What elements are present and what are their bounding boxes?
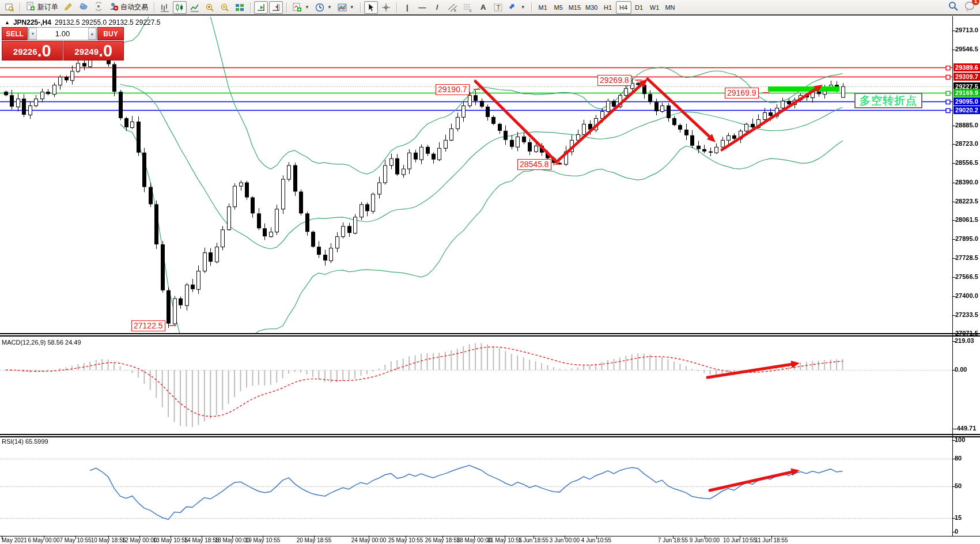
sell-price-display[interactable]: 29226.0 [2, 41, 63, 61]
horizontal-line-button[interactable]: — [415, 1, 429, 14]
volume-input[interactable]: 1.00 [37, 28, 88, 40]
time-axis-label: 19 May 10:55 [245, 537, 281, 543]
one-click-trading-panel: SELL ▼ 1.00 ▲ BUY 29226.0 29249.0 [2, 27, 124, 61]
sell-price-pips: .0 [37, 42, 51, 59]
price-annotation[interactable]: 29190.7 [436, 84, 470, 95]
timeframe-bar: M1M5M15M30H1H4D1W1MN [535, 1, 678, 14]
publish-button[interactable] [77, 1, 90, 14]
time-axis-label: 9 Jun 00:00 [690, 537, 720, 543]
timeframe-button-m5[interactable]: M5 [551, 1, 566, 14]
price-annotation[interactable]: 29169.9 [725, 88, 759, 99]
zoom-in-icon [205, 3, 214, 12]
periods-button[interactable]: ▼ [313, 1, 334, 14]
timeframe-button-m30[interactable]: M30 [583, 1, 600, 14]
price-annotation[interactable]: 28545.8 [517, 159, 551, 170]
price-chart-canvas[interactable] [0, 0, 980, 544]
trendline-button[interactable]: / [430, 1, 444, 14]
line-chart-button[interactable] [188, 1, 202, 14]
crosshair-button[interactable] [379, 1, 393, 14]
chart-shift-button[interactable] [269, 1, 283, 14]
toolbar-separator [20, 2, 20, 13]
price-level-badge[interactable]: 29389.6 [953, 63, 980, 71]
rsi-axis-tick: 0 [955, 528, 958, 535]
auto-scroll-button[interactable] [254, 1, 268, 14]
new-order-button[interactable]: 新订单 [24, 1, 60, 14]
templates-button[interactable]: ▼ [335, 1, 357, 14]
candlestick-chart-button[interactable] [173, 1, 187, 14]
vertical-line-button[interactable]: | [400, 1, 414, 14]
crosshair-icon [381, 3, 391, 12]
time-axis-label: 31 May 10:55 [487, 537, 523, 543]
toolbar-separator [396, 2, 397, 13]
chart-text-note[interactable]: 多空转折点 [854, 93, 922, 108]
timeframe-button-m1[interactable]: M1 [535, 1, 551, 14]
channel-button[interactable]: E [445, 1, 460, 14]
buy-price-main: 29249 [74, 44, 99, 59]
timeframe-button-mn[interactable]: MN [663, 1, 678, 14]
volume-increase-button[interactable]: ▲ [88, 28, 96, 40]
time-axis-label: 11 Jun 18:55 [755, 537, 788, 543]
price-level-badge[interactable]: 29095.0 [953, 97, 980, 105]
styler-button[interactable] [62, 1, 75, 14]
price-annotation[interactable]: 27122.5 [131, 320, 165, 331]
main-toolbar: 新订单 自动交易 ▼ ▼ ▼ | — / E F A T ▼ [0, 0, 980, 16]
signals-button[interactable] [92, 1, 105, 14]
price-level-badge[interactable]: 29309.7 [953, 73, 980, 81]
volume-stepper: ▼ 1.00 ▲ [28, 27, 97, 40]
price-level-badge[interactable]: 29169.9 [953, 89, 980, 97]
time-axis-label: 20 May 18:55 [297, 537, 332, 543]
time-axis-label: 12 May 00:00 [122, 537, 157, 543]
text-button[interactable]: A [476, 1, 490, 14]
collapse-panel-icon[interactable]: ▲ [5, 20, 10, 25]
template-icon [338, 3, 347, 12]
notifications-icon[interactable]: 1 [964, 1, 975, 14]
chart-title: ▲ JPN225-,H4 29132.5 29255.0 29132.5 292… [5, 18, 160, 27]
price-axis-tick: 29546.5 [955, 46, 980, 52]
bar-chart-button[interactable] [158, 1, 172, 14]
zoom-out-button[interactable] [218, 1, 232, 14]
price-axis-tick: 29713.0 [955, 27, 980, 33]
price-annotation[interactable]: 29269.8 [597, 75, 631, 86]
chart-shift-icon [271, 3, 281, 12]
tile-windows-button[interactable] [233, 1, 247, 14]
macd-axis-tick: -449.71 [955, 425, 976, 432]
time-axis-label: 13 May 10:55 [153, 537, 188, 543]
rsi-indicator-label: RSI(14) 65.5999 [2, 438, 48, 445]
market-watch-icon[interactable] [2, 1, 16, 14]
time-axis-label: 10 Jun 10:55 [723, 537, 756, 543]
timeframe-button-h1[interactable]: H1 [600, 1, 616, 14]
cursor-button[interactable] [364, 1, 378, 14]
svg-text:T: T [497, 5, 500, 11]
price-axis-tick: 27400.0 [955, 292, 980, 299]
arrows-button[interactable]: ▼ [506, 1, 528, 14]
rsi-axis-tick: 80 [955, 455, 962, 462]
auto-trading-button[interactable]: 自动交易 [107, 1, 150, 14]
buy-button[interactable]: BUY [97, 27, 124, 40]
indicators-button[interactable]: ▼ [290, 1, 312, 14]
text-label-icon: T [494, 3, 503, 12]
zoom-in-button[interactable] [203, 1, 217, 14]
new-order-icon [26, 2, 35, 13]
macd-axis-tick: 0.00 [955, 366, 967, 373]
timeframe-button-d1[interactable]: D1 [631, 1, 647, 14]
time-axis-label: 25 May 10:55 [388, 537, 423, 543]
cursor-icon [366, 3, 376, 12]
toolbar-separator [286, 2, 287, 13]
time-axis-label: 28 May 00:00 [457, 537, 492, 543]
sell-button[interactable]: SELL [2, 27, 28, 40]
volume-decrease-button[interactable]: ▼ [29, 28, 37, 40]
auto-scroll-icon [256, 3, 266, 12]
toolbar-right-group: 1 [948, 1, 975, 14]
bar-chart-icon [160, 3, 169, 12]
timeframe-button-w1[interactable]: W1 [647, 1, 663, 14]
fibonacci-button[interactable]: F [461, 1, 475, 14]
timeframe-button-m15[interactable]: M15 [566, 1, 583, 14]
chart-ohlc-values: 29132.5 29255.0 29132.5 29227.5 [55, 18, 161, 27]
price-level-badge[interactable]: 29020.2 [953, 106, 980, 114]
time-axis-label: 7 May 10:55 [59, 537, 91, 543]
text-label-button[interactable]: T [491, 1, 505, 14]
timeframe-button-h4[interactable]: H4 [616, 1, 631, 14]
search-icon[interactable] [948, 1, 959, 14]
buy-price-display[interactable]: 29249.0 [63, 41, 124, 61]
svg-text:E: E [454, 9, 456, 12]
